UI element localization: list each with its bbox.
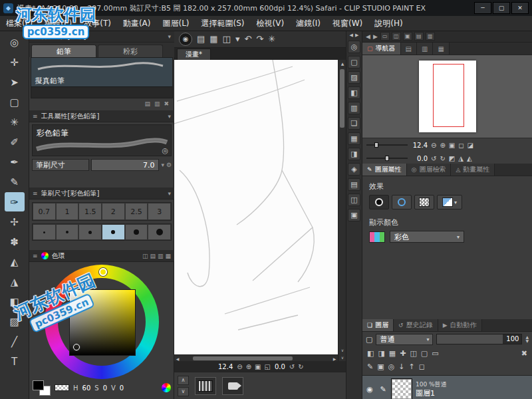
sv-indicator[interactable] [73, 344, 80, 350]
layer-command-icon[interactable]: ◨ [378, 349, 384, 358]
tab-navigator[interactable]: ▢ 導航器 [362, 43, 401, 55]
toolbar-dropdown[interactable]: ▾ [235, 34, 240, 44]
layer-command-icon[interactable]: ◻ [419, 362, 425, 371]
navigator-rotate-slider[interactable] [366, 154, 408, 162]
menu-item[interactable]: 圖層(L) [157, 18, 196, 29]
decoration-tool[interactable]: ✽ [5, 232, 25, 251]
expression-color-button[interactable]: ▾ [437, 195, 462, 209]
tone-effect-button[interactable] [414, 195, 434, 209]
vertical-scroll-thumb[interactable] [340, 69, 344, 128]
magnifier-icon[interactable]: ◎ [162, 146, 168, 155]
undo-button[interactable]: ↶ [244, 34, 251, 44]
history-panel-icon[interactable]: ▤ [348, 178, 360, 191]
zoom-icon[interactable]: ⊕ [246, 363, 251, 370]
navigator-rotate-icon[interactable]: ◭ [466, 155, 473, 162]
save-button[interactable]: ◫ [223, 34, 231, 44]
subtool-item-realistic-pencil[interactable]: 擬真鉛筆 [31, 58, 172, 87]
pencil-tool[interactable]: ✎ [5, 172, 25, 192]
workspace-panel-icon[interactable]: ◫ [348, 194, 360, 206]
document-tab[interactable]: 漫畫* [177, 49, 211, 60]
param-icon[interactable]: ⚙ [166, 162, 172, 168]
color-chips[interactable] [33, 380, 51, 396]
panel-menu-icon[interactable]: ≡ [33, 253, 38, 259]
eye-icon[interactable]: ◉ [365, 385, 374, 394]
display-color-select[interactable]: 彩色 ▾ [390, 231, 464, 243]
new-file-button[interactable]: ▤ [197, 34, 205, 44]
timeline-button[interactable] [195, 377, 216, 395]
zoom-tool[interactable]: ◎ [5, 33, 25, 52]
layer-command-icon[interactable]: ◧ [367, 349, 374, 358]
color-panel-tab[interactable]: ◫ [142, 253, 148, 259]
brush-size-value[interactable]: 7.0 [91, 159, 159, 171]
canvas-zoom-value[interactable]: 12.4 [218, 363, 233, 370]
menu-item[interactable]: 檢視(V) [251, 18, 291, 29]
transparent-color-chip[interactable] [55, 384, 69, 391]
layers-panel-icon[interactable]: ❏ [348, 117, 360, 130]
mask-panel-icon[interactable]: ◨ [348, 148, 360, 160]
color-mode-icon[interactable] [162, 383, 171, 392]
dock-tab-icon[interactable]: ▭ [380, 32, 390, 41]
horizontal-scroll-thumb[interactable] [193, 356, 293, 360]
camera-button[interactable] [222, 377, 243, 395]
layer-command-icon[interactable]: ◫ [410, 349, 416, 358]
layer-command-icon[interactable]: ↓ [398, 362, 404, 371]
layer-command-icon[interactable]: ▢ [421, 349, 428, 358]
strip-left-icon[interactable]: ◀ [350, 33, 353, 38]
operation-tool[interactable]: ➤ [5, 72, 25, 92]
menu-item[interactable]: 濾鏡(I) [290, 18, 327, 29]
zoom-icon[interactable]: ⊖ [237, 363, 242, 370]
material-panel-icon[interactable]: ▦ [348, 132, 360, 145]
figure-tool[interactable]: ╱ [5, 332, 25, 351]
navigator-zoom-icon[interactable]: ⊖ [430, 142, 437, 149]
foreground-color-chip[interactable] [33, 380, 44, 390]
csp-logo[interactable]: ◉ [179, 33, 192, 46]
panel-menu-icon[interactable]: ≡ [33, 113, 38, 120]
param-icon[interactable]: ▾ [161, 162, 164, 168]
hue-ring[interactable] [45, 265, 159, 379]
airbrush-tool[interactable]: ✢ [5, 212, 25, 231]
brush-size-dot-cell[interactable] [33, 224, 56, 240]
zoom-slider-handle[interactable] [374, 142, 378, 148]
combine-mode-icon[interactable]: ▢ [366, 335, 372, 344]
color-panel-tab[interactable]: ▦ [165, 253, 171, 259]
decoration-panel-icon[interactable]: ◈ [348, 163, 360, 176]
navigator-side-tab[interactable]: ▥ [417, 43, 433, 55]
brush-size-dot-cell[interactable] [102, 224, 125, 240]
zoom-icon[interactable]: ◱ [265, 363, 271, 370]
color-panel-tab[interactable]: ▤ [150, 253, 156, 259]
navigator-zoom-icon[interactable]: ◪ [467, 142, 474, 149]
menu-item[interactable]: 故事(T) [78, 18, 117, 29]
panel-menu-icon[interactable]: ≡ [33, 33, 38, 40]
saturation-value-square[interactable] [69, 289, 136, 356]
opacity-stepper[interactable]: ▲ ▼ [525, 335, 529, 343]
open-file-button[interactable]: ▦ [209, 34, 217, 44]
rotate-icon[interactable]: ↻ [298, 363, 303, 370]
opacity-slider[interactable]: 100 [436, 334, 522, 344]
menu-item[interactable]: 檔案(F) [0, 18, 39, 29]
layer-command-icon[interactable]: ✚ [400, 349, 406, 358]
rotate-icon[interactable]: ↺ [289, 363, 295, 370]
tab-animation-property[interactable]: ◬動畫屬性 [451, 164, 495, 176]
info-panel-icon[interactable]: ▣ [348, 209, 360, 221]
brush-size-dot-cell[interactable] [78, 224, 102, 240]
horizontal-scrollbar[interactable]: ◀ ▶ [174, 354, 338, 361]
brush-size-dot-cell[interactable] [125, 224, 148, 240]
subtool-tab[interactable]: 鉛筆 [31, 45, 96, 57]
fill-panel-icon[interactable]: ◧ [348, 86, 360, 99]
subtool-footer-icon[interactable]: ▥ [154, 100, 160, 107]
brush-size-cell[interactable]: 1 [56, 203, 79, 220]
border-effect-button[interactable] [369, 195, 389, 209]
navigator-rotate-icon[interactable]: ◮ [458, 155, 464, 162]
hue-indicator[interactable] [99, 268, 107, 276]
layer-command-icon[interactable]: ▭ [432, 349, 438, 358]
marquee-tool[interactable]: ▢ [5, 92, 25, 112]
brush-tool[interactable]: ✑ [5, 192, 25, 211]
stepper-down-icon[interactable]: ▼ [525, 339, 529, 343]
navigator-side-tab[interactable]: ▦ [433, 43, 449, 55]
brush-size-dot-cell[interactable] [148, 224, 171, 240]
eyedropper-tool[interactable]: ✐ [5, 132, 25, 152]
dock-left-icon[interactable]: ◀ [366, 33, 370, 40]
canvas-rotation-value[interactable]: 0.0 [275, 363, 285, 370]
scroll-left-icon[interactable]: ◀ [174, 355, 181, 361]
page-up-button[interactable]: ∧ [178, 376, 189, 385]
